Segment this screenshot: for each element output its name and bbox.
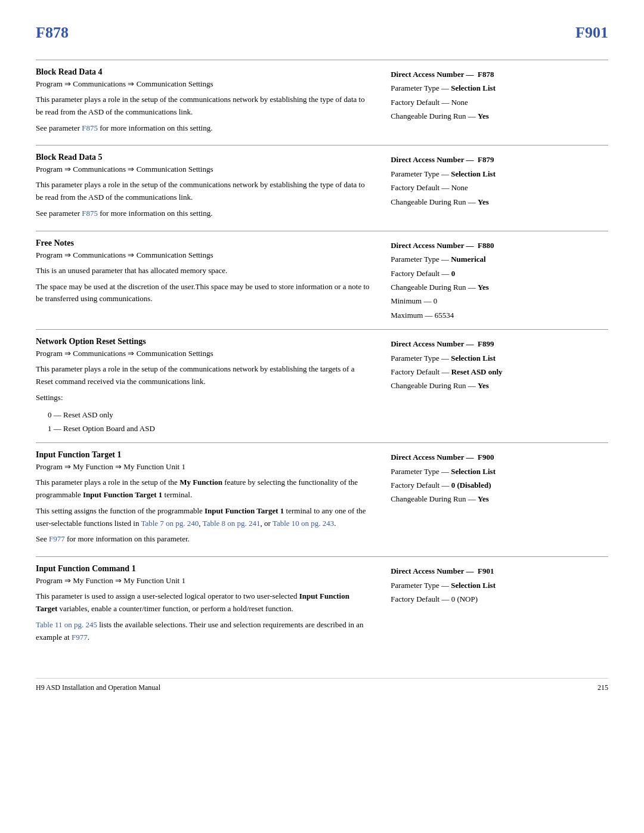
section-path: Program ⇒ My Function ⇒ My Function Unit… — [36, 462, 373, 472]
section-path: Program ⇒ Communications ⇒ Communication… — [36, 165, 373, 174]
section-body: This parameter plays a role in the setup… — [36, 94, 373, 134]
section-left: Input Function Command 1 Program ⇒ My Fu… — [36, 564, 379, 647]
section-right: Direct Access Number — F880 Parameter Ty… — [391, 239, 608, 322]
section-right: Direct Access Number — F901 Parameter Ty… — [391, 564, 608, 647]
section-right: Direct Access Number — F878 Parameter Ty… — [391, 67, 608, 138]
section-right: Direct Access Number — F900 Parameter Ty… — [391, 450, 608, 549]
section-path: Program ⇒ Communications ⇒ Communication… — [36, 79, 373, 89]
section-left: Network Option Reset Settings Program ⇒ … — [36, 337, 379, 435]
section-network-option-reset: Network Option Reset Settings Program ⇒ … — [36, 329, 608, 442]
link-f977[interactable]: F977 — [49, 534, 65, 543]
section-input-function-target-1: Input Function Target 1 Program ⇒ My Fun… — [36, 442, 608, 556]
link-f977-2[interactable]: F977 — [72, 633, 88, 642]
section-input-function-command-1: Input Function Command 1 Program ⇒ My Fu… — [36, 556, 608, 654]
link-f875[interactable]: F875 — [82, 123, 98, 132]
settings-list: 0 — Reset ASD only 1 — Reset Option Boar… — [48, 408, 373, 436]
section-right: Direct Access Number — F899 Parameter Ty… — [391, 337, 608, 435]
section-left: Block Read Data 4 Program ⇒ Communicatio… — [36, 67, 379, 138]
section-body: This is an unused parameter that has all… — [36, 265, 373, 305]
header-left: F878 — [36, 24, 69, 42]
link-table8[interactable]: Table 8 on pg. 241 — [203, 519, 261, 528]
link-table7[interactable]: Table 7 on pg. 240 — [141, 519, 199, 528]
section-path: Program ⇒ Communications ⇒ Communication… — [36, 250, 373, 260]
footer-right: 215 — [597, 683, 608, 692]
page-footer: H9 ASD Installation and Operation Manual… — [36, 678, 608, 692]
section-left: Free Notes Program ⇒ Communications ⇒ Co… — [36, 239, 379, 322]
section-title: Block Read Data 5 — [36, 153, 373, 162]
link-table11[interactable]: Table 11 on pg. 245 — [36, 620, 97, 629]
section-title: Input Function Command 1 — [36, 564, 373, 574]
link-table10[interactable]: Table 10 on pg. 243 — [273, 519, 334, 528]
header-right: F901 — [575, 24, 608, 42]
section-left: Input Function Target 1 Program ⇒ My Fun… — [36, 450, 379, 549]
section-title: Input Function Target 1 — [36, 450, 373, 460]
section-body: This parameter is used to assign a user-… — [36, 590, 373, 643]
footer-left: H9 ASD Installation and Operation Manual — [36, 683, 160, 692]
section-path: Program ⇒ My Function ⇒ My Function Unit… — [36, 576, 373, 586]
section-title: Block Read Data 4 — [36, 67, 373, 77]
section-free-notes: Free Notes Program ⇒ Communications ⇒ Co… — [36, 231, 608, 329]
section-body: This parameter plays a role in the setup… — [36, 363, 373, 435]
section-right: Direct Access Number — F879 Parameter Ty… — [391, 153, 608, 223]
section-path: Program ⇒ Communications ⇒ Communication… — [36, 349, 373, 358]
section-block-read-data-4: Block Read Data 4 Program ⇒ Communicatio… — [36, 60, 608, 145]
section-title: Free Notes — [36, 239, 373, 248]
section-body: This parameter plays a role in the setup… — [36, 476, 373, 546]
section-title: Network Option Reset Settings — [36, 337, 373, 346]
section-body: This parameter plays a role in the setup… — [36, 179, 373, 219]
page-header: F878 F901 — [36, 24, 608, 42]
section-left: Block Read Data 5 Program ⇒ Communicatio… — [36, 153, 379, 223]
section-block-read-data-5: Block Read Data 5 Program ⇒ Communicatio… — [36, 145, 608, 230]
link-f875-2[interactable]: F875 — [82, 209, 98, 218]
